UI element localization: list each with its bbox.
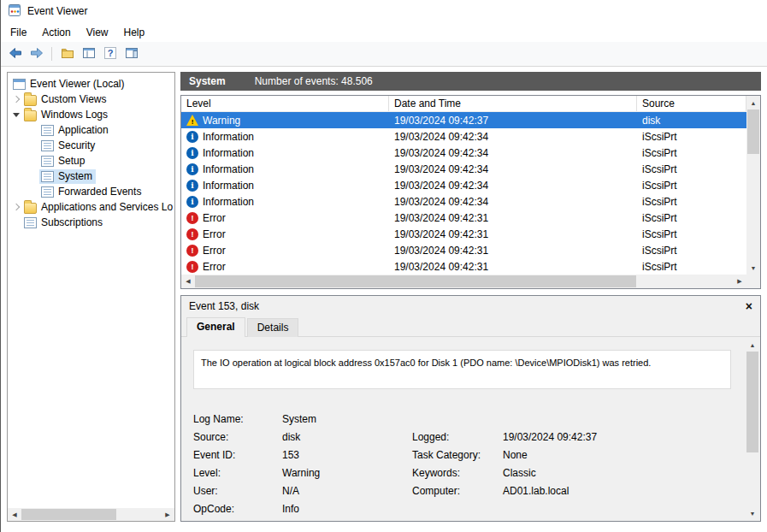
log-header-bar: System Number of events: 48.506 [180, 72, 761, 91]
tree-item-custom-views[interactable]: Custom Views [8, 92, 174, 107]
scroll-up-icon[interactable] [746, 338, 759, 352]
help-button[interactable]: ? [100, 44, 120, 64]
event-row[interactable]: Information19/03/2024 09:42:34iScsiPrt [181, 145, 746, 161]
event-viewer-window: Event Viewer File Action View Help ? [0, 0, 767, 532]
event-row[interactable]: Error19/03/2024 09:42:31iScsiPrt [181, 258, 746, 275]
log-icon [41, 125, 54, 136]
field-value: None [503, 449, 731, 461]
menu-action[interactable]: Action [34, 25, 78, 40]
folder-icon [24, 95, 37, 106]
events-list: Warning19/03/2024 09:42:37diskInformatio… [181, 112, 746, 275]
scrollbar-track[interactable] [746, 352, 759, 506]
scroll-up-icon[interactable] [746, 96, 760, 109]
tree-item-content: Windows Logs [22, 108, 111, 122]
event-source-cell: iScsiPrt [637, 210, 746, 226]
event-level-text: Information [203, 196, 254, 208]
open-saved-log-button[interactable] [57, 44, 77, 64]
twisty-spacer [27, 186, 39, 198]
toolbar-separator [51, 47, 52, 61]
scroll-down-icon[interactable] [746, 506, 759, 520]
information-icon [186, 131, 198, 143]
back-button[interactable] [5, 44, 25, 64]
scrollbar-track[interactable] [195, 275, 733, 288]
menu-file[interactable]: File [3, 25, 34, 40]
event-row[interactable]: Information19/03/2024 09:42:34iScsiPrt [181, 193, 746, 210]
tree-item-event-viewer-local[interactable]: Event Viewer (Local) [8, 76, 174, 92]
event-datetime-cell: 19/03/2024 09:42:37 [389, 112, 637, 128]
console-tree-panel: Event Viewer (Local) Custom ViewsWindows… [7, 72, 175, 522]
scroll-left-icon[interactable] [181, 275, 195, 288]
scrollbar-track[interactable] [21, 508, 161, 521]
tree-item-label: Application [58, 124, 109, 136]
tree-horizontal-scrollbar[interactable] [8, 508, 174, 521]
tree-item-content: Applications and Services Lo [22, 200, 174, 215]
event-level-text: Error [203, 212, 226, 224]
event-level-cell: Information [181, 145, 389, 161]
scroll-right-icon[interactable] [733, 275, 746, 288]
results-pane: System Number of events: 48.506 Level Da… [180, 72, 761, 522]
information-icon [186, 163, 198, 175]
scrollbar-thumb[interactable] [195, 275, 636, 287]
tree-item-setup[interactable]: Setup [8, 153, 174, 168]
field-value: 19/03/2024 09:42:37 [503, 431, 731, 443]
tree-item-label: System [58, 170, 92, 182]
menu-help[interactable]: Help [116, 25, 153, 40]
event-row[interactable]: Information19/03/2024 09:42:34iScsiPrt [181, 161, 746, 177]
tree-item-system[interactable]: System [8, 168, 174, 184]
field-label: OpCode: [193, 503, 282, 515]
details-header: Event 153, disk [181, 296, 760, 316]
scroll-down-icon[interactable] [746, 261, 760, 275]
twisty-spacer [27, 155, 39, 167]
event-row[interactable]: Error19/03/2024 09:42:31iScsiPrt [181, 210, 746, 226]
scrollbar-thumb[interactable] [21, 509, 116, 520]
column-header-source[interactable]: Source [637, 96, 746, 111]
back-arrow-icon [9, 46, 22, 62]
event-row[interactable]: Error19/03/2024 09:42:31iScsiPrt [181, 242, 746, 258]
scrollbar-track[interactable] [746, 109, 760, 261]
field-label: Computer: [412, 485, 503, 497]
tree-item-subscriptions[interactable]: Subscriptions [8, 215, 174, 230]
show-console-tree-button[interactable] [79, 44, 98, 64]
events-table: Level Date and Time Source Warning19/03/… [180, 95, 761, 289]
column-header-level[interactable]: Level [181, 96, 389, 111]
event-level-cell: Error [181, 210, 389, 226]
error-icon [186, 261, 198, 273]
console-tree: Event Viewer (Local) Custom ViewsWindows… [8, 73, 174, 508]
show-action-pane-button[interactable] [121, 44, 141, 64]
tree-item-label: Subscriptions [41, 216, 103, 228]
svg-text:?: ? [107, 48, 113, 58]
expand-chevron-icon[interactable] [10, 201, 22, 213]
tree-item-label: Windows Logs [41, 109, 108, 121]
event-row[interactable]: Error19/03/2024 09:42:31iScsiPrt [181, 226, 746, 242]
field-label: Task Category: [412, 449, 503, 461]
twisty-spacer [27, 124, 39, 136]
tab-general[interactable]: General [186, 317, 245, 337]
column-header-date-and-time[interactable]: Date and Time [389, 96, 637, 111]
event-row[interactable]: Information19/03/2024 09:42:34iScsiPrt [181, 128, 746, 145]
tree-item-forwarded-events[interactable]: Forwarded Events [8, 184, 174, 199]
event-row[interactable]: Warning19/03/2024 09:42:37disk [181, 112, 746, 128]
event-source-cell: iScsiPrt [637, 128, 746, 145]
event-row[interactable]: Information19/03/2024 09:42:34iScsiPrt [181, 177, 746, 193]
scrollbar-thumb[interactable] [747, 109, 759, 154]
scrollbar-thumb[interactable] [746, 352, 758, 452]
scroll-right-icon[interactable] [161, 508, 174, 522]
collapse-chevron-icon[interactable] [10, 109, 22, 121]
tree-item-applications-and-services-lo[interactable]: Applications and Services Lo [8, 199, 174, 215]
forward-button[interactable] [27, 44, 46, 64]
tree-item-content: System [39, 169, 96, 184]
scroll-left-icon[interactable] [8, 508, 21, 522]
close-icon[interactable] [746, 300, 752, 312]
tree-item-application[interactable]: Application [8, 122, 174, 138]
events-horizontal-scrollbar[interactable] [181, 275, 746, 288]
details-vertical-scrollbar[interactable] [746, 338, 759, 520]
events-vertical-scrollbar[interactable] [746, 96, 760, 275]
tree-item-content: Forwarded Events [39, 185, 145, 199]
folder-icon [24, 203, 37, 214]
tree-item-windows-logs[interactable]: Windows Logs [8, 107, 174, 122]
menu-view[interactable]: View [79, 25, 116, 40]
expand-chevron-icon[interactable] [10, 93, 22, 105]
event-source-cell: iScsiPrt [637, 145, 746, 161]
tab-details[interactable]: Details [247, 318, 299, 337]
tree-item-security[interactable]: Security [8, 138, 174, 153]
